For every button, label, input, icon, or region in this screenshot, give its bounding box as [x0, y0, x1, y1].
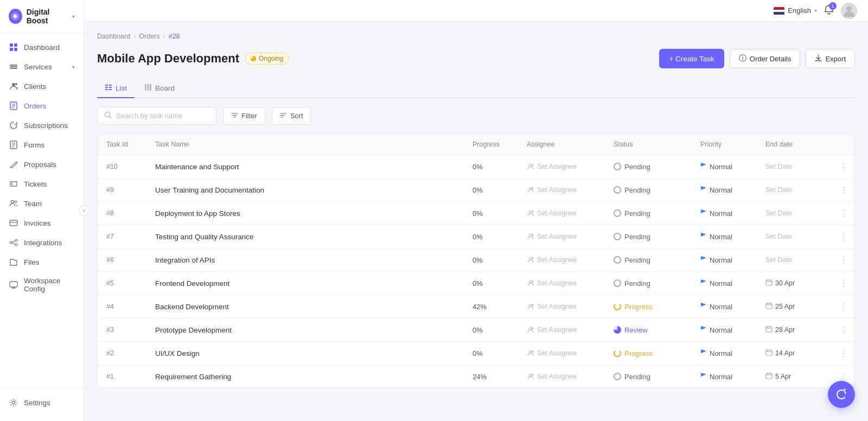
row-actions-button[interactable]: ⋮ — [833, 248, 854, 272]
priority-cell: Normal — [692, 295, 757, 318]
sidebar-item-integrations[interactable]: Integrations — [0, 233, 84, 252]
set-assignee-button[interactable]: Set Assignee — [527, 373, 596, 380]
services-icon — [9, 62, 18, 72]
set-assignee-button[interactable]: Set Assignee — [527, 326, 596, 334]
sidebar-logo[interactable]: Digital Boost ▾ — [0, 0, 84, 33]
row-actions-button[interactable]: ⋮ — [833, 155, 854, 178]
order-details-button[interactable]: ⓘ Order Details — [730, 49, 801, 68]
status-text: Pending — [624, 163, 650, 171]
set-assignee-button[interactable]: Set Assignee — [527, 256, 596, 264]
enddate-value: 28 Apr — [775, 326, 795, 334]
assignee-cell[interactable]: Set Assignee — [518, 272, 605, 295]
sidebar-item-team-label: Team — [24, 200, 42, 208]
filter-button[interactable]: Filter — [223, 107, 265, 125]
task-id-cell: #2 — [98, 342, 146, 365]
assignee-cell[interactable]: Set Assignee — [518, 155, 605, 178]
row-actions-button[interactable]: ⋮ — [833, 225, 854, 248]
assignee-cell[interactable]: Set Assignee — [518, 295, 605, 318]
row-actions-button[interactable]: ⋮ — [833, 318, 854, 342]
sidebar-item-proposals[interactable]: Proposals — [0, 155, 84, 174]
set-assignee-button[interactable]: Set Assignee — [527, 163, 596, 170]
task-name-cell: Maintenance and Support — [146, 155, 464, 178]
row-actions-button[interactable]: ⋮ — [833, 295, 854, 318]
row-actions-button[interactable]: ⋮ — [833, 202, 854, 225]
progress-cell: 0% — [464, 225, 518, 248]
sidebar-item-settings-label: Settings — [24, 399, 50, 407]
set-assignee-button[interactable]: Set Assignee — [527, 233, 596, 240]
tab-board[interactable]: Board — [137, 79, 182, 98]
sort-icon — [280, 112, 287, 120]
priority-flag-icon — [700, 372, 707, 381]
search-box[interactable] — [97, 107, 216, 125]
sidebar-toggle-button[interactable]: ‹ — [79, 205, 90, 216]
sidebar-item-forms[interactable]: Forms — [0, 135, 84, 155]
set-assignee-button[interactable]: Set Assignee — [527, 303, 596, 310]
user-avatar[interactable] — [841, 3, 857, 19]
sidebar-item-invoices[interactable]: Invoices — [0, 213, 84, 233]
create-task-button[interactable]: + Create Task — [659, 49, 724, 68]
info-icon: ⓘ — [739, 54, 746, 63]
task-id-cell: #6 — [98, 248, 146, 272]
sidebar-item-settings[interactable]: Settings — [0, 393, 84, 412]
set-assignee-button[interactable]: Set Assignee — [527, 209, 596, 217]
status-cell: Progress — [605, 295, 692, 318]
sidebar-item-services[interactable]: Services ▾ — [0, 57, 84, 76]
export-icon — [815, 54, 822, 63]
set-assignee-button[interactable]: Set Assignee — [527, 349, 596, 357]
sidebar-item-team[interactable]: Team — [0, 194, 84, 213]
assignee-cell[interactable]: Set Assignee — [518, 342, 605, 365]
sidebar-item-tickets[interactable]: Tickets — [0, 174, 84, 194]
subscriptions-icon — [9, 120, 18, 130]
assignee-cell[interactable]: Set Assignee — [518, 318, 605, 342]
breadcrumb-orders[interactable]: Orders — [139, 33, 159, 40]
priority-flag-icon — [700, 162, 707, 171]
fab-button[interactable] — [828, 381, 855, 408]
svg-rect-84 — [766, 327, 772, 332]
enddate-empty: Set Date — [765, 209, 792, 217]
table-row: #8 Deployment to App Stores 0% Set Assig… — [98, 202, 854, 225]
assignee-cell[interactable]: Set Assignee — [518, 365, 605, 388]
row-actions-button[interactable]: ⋮ — [833, 178, 854, 202]
sidebar-item-subscriptions-label: Subscriptions — [24, 122, 68, 130]
notifications-bell[interactable]: 1 — [824, 4, 834, 17]
priority-text: Normal — [710, 349, 732, 358]
sort-button[interactable]: Sort — [272, 107, 311, 125]
sidebar-item-dashboard[interactable]: Dashboard — [0, 37, 84, 57]
language-selector[interactable]: English ▾ — [774, 7, 817, 15]
svg-rect-40 — [109, 89, 112, 90]
task-id-cell: #9 — [98, 178, 146, 202]
breadcrumb-dashboard[interactable]: Dashboard — [97, 33, 130, 40]
language-label: English — [788, 7, 811, 15]
search-input[interactable] — [116, 112, 209, 120]
set-assignee-button[interactable]: Set Assignee — [527, 279, 596, 287]
svg-rect-28 — [10, 282, 17, 287]
enddate-cell: 5 Apr — [757, 365, 833, 388]
assignee-cell[interactable]: Set Assignee — [518, 202, 605, 225]
sidebar-item-files[interactable]: Files — [0, 252, 84, 272]
sidebar-item-workspace[interactable]: Workspace Config — [0, 272, 84, 298]
sidebar-item-orders[interactable]: Orders — [0, 96, 84, 116]
enddate-empty: Set Date — [765, 163, 792, 170]
assignee-cell[interactable]: Set Assignee — [518, 248, 605, 272]
export-button[interactable]: Export — [806, 49, 855, 68]
priority-text: Normal — [710, 326, 732, 334]
flag-icon — [774, 7, 784, 15]
progress-cell: 0% — [464, 248, 518, 272]
table-row: #5 Frontend Development 0% Set Assignee … — [98, 272, 854, 295]
row-actions-button[interactable]: ⋮ — [833, 342, 854, 365]
priority-flag-icon — [700, 326, 707, 334]
set-assignee-button[interactable]: Set Assignee — [527, 186, 596, 194]
tab-list[interactable]: List — [97, 79, 135, 98]
order-details-label: Order Details — [750, 55, 792, 63]
row-actions-button[interactable]: ⋮ — [833, 272, 854, 295]
progress-cell: 0% — [464, 202, 518, 225]
sidebar-item-subscriptions[interactable]: Subscriptions — [0, 116, 84, 135]
svg-rect-5 — [10, 65, 17, 66]
table-row: #9 User Training and Documentation 0% Se… — [98, 178, 854, 202]
priority-cell: Normal — [692, 248, 757, 272]
sidebar-item-clients[interactable]: Clients — [0, 76, 84, 96]
priority-text: Normal — [710, 303, 732, 311]
assignee-cell[interactable]: Set Assignee — [518, 225, 605, 248]
assignee-cell[interactable]: Set Assignee — [518, 178, 605, 202]
enddate-value: 25 Apr — [775, 303, 795, 310]
